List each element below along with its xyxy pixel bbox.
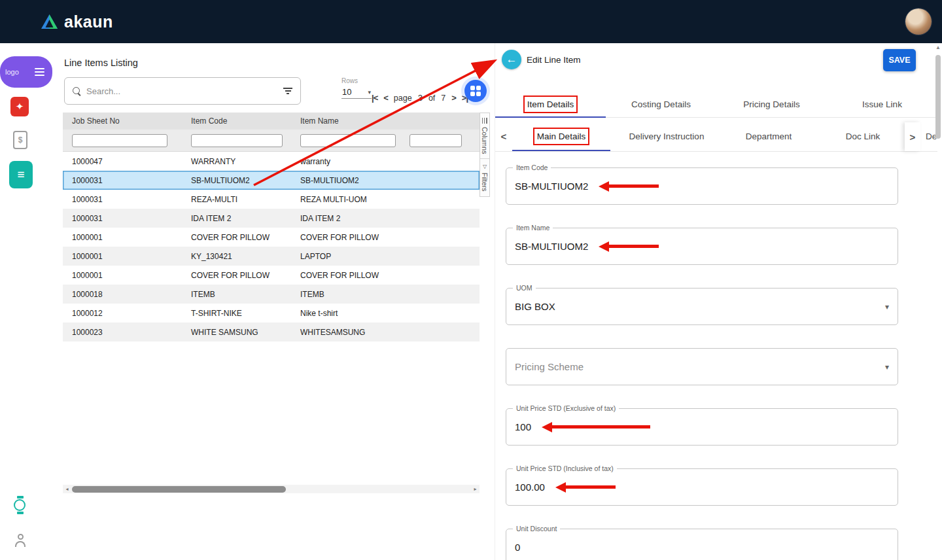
menu-icon[interactable] <box>35 68 44 77</box>
table-row[interactable]: 1000031SB-MULTIUOM2SB-MULTIUOM2 <box>63 171 480 190</box>
listing-title: Line Items Listing <box>64 58 138 68</box>
sidebar-item-line-items[interactable]: ≡ <box>9 161 33 188</box>
table-row[interactable]: 1000031REZA-MULTIREZA MULTI-UOM <box>63 190 480 209</box>
table-filter-row <box>63 130 480 152</box>
rows-per-page-select[interactable]: 10 ▾ <box>341 84 372 99</box>
subtabs-scroll-right-button[interactable]: > <box>905 122 920 151</box>
rows-label: Rows <box>341 77 372 84</box>
arrow-head <box>599 241 609 252</box>
search-box[interactable] <box>64 77 301 105</box>
sidebar-item-billing[interactable]: $ <box>13 131 27 149</box>
table-cell: 1000001 <box>63 233 182 242</box>
table-row[interactable]: 1000047WARRANTYwarranty <box>63 152 480 171</box>
subtab-department[interactable]: Department <box>723 122 814 151</box>
logo-placeholder: logo <box>5 68 19 76</box>
save-button[interactable]: SAVE <box>883 49 916 71</box>
filter-cell <box>400 134 480 147</box>
filters-rail-button[interactable]: ▽ Filters <box>480 158 489 196</box>
table-cell: LAPTOP <box>291 252 400 261</box>
apps-grid-button[interactable] <box>464 80 487 102</box>
horizontal-scrollbar-thumb[interactable] <box>72 486 286 493</box>
scroll-right-icon[interactable]: ▸ <box>471 485 480 493</box>
field-value: 100.00 <box>506 469 898 505</box>
table-row[interactable]: 1000018ITEMBITEMB <box>63 285 480 304</box>
sidebar-item-red-app[interactable]: ✦ <box>10 97 29 116</box>
next-page-button[interactable]: > <box>451 93 456 103</box>
tab-pricing-details[interactable]: Pricing Details <box>716 92 827 117</box>
field-item-name[interactable]: Item NameSB-MULTIUOM2 <box>506 228 898 265</box>
scroll-left-icon[interactable]: ◂ <box>63 485 71 493</box>
field-unit-price-std-inclusive-of-tax[interactable]: Unit Price STD (Inclusive of tax)100.00 <box>506 468 898 506</box>
field-value: 0 <box>506 529 898 560</box>
person-icon[interactable] <box>14 534 26 550</box>
sidebar-logo-badge[interactable]: logo <box>0 56 52 88</box>
table-cell: WHITESAMSUNG <box>291 328 400 337</box>
first-page-button[interactable]: |< <box>372 93 377 103</box>
columns-rail-button[interactable]: Columns <box>480 113 489 158</box>
dropdown-caret-icon[interactable]: ▾ <box>885 362 889 372</box>
filter-list-icon[interactable] <box>283 88 292 94</box>
table-cell: 1000031 <box>63 176 182 185</box>
column-header-item-name[interactable]: Item Name <box>291 116 400 126</box>
table-cell: COVER FOR PILLOW <box>182 271 291 280</box>
arrow-head <box>542 422 552 432</box>
subtabs-scroll-left-button[interactable]: < <box>495 122 512 151</box>
column-filter-input[interactable] <box>410 134 462 147</box>
search-input[interactable] <box>86 86 283 96</box>
field-label: Item Name <box>513 224 553 232</box>
field-value: BIG BOX <box>506 289 898 324</box>
vertical-scrollbar-thumb[interactable] <box>935 55 941 139</box>
table-cell: WHITE SAMSUNG <box>182 328 291 337</box>
table-row[interactable]: 1000001COVER FOR PILLOWCOVER FOR PILLOW <box>63 266 480 285</box>
annotation-arrow <box>599 181 659 192</box>
column-header-job-sheet-no[interactable]: Job Sheet No <box>63 116 182 126</box>
current-page-value[interactable]: 3 <box>418 93 423 103</box>
billing-icon: $ <box>18 135 23 145</box>
table-row[interactable]: 1000001KY_130421LAPTOP <box>63 247 480 266</box>
table-cell: REZA MULTI-UOM <box>291 195 400 204</box>
funnel-icon: ▽ <box>483 164 487 169</box>
akaun-logo-icon <box>41 14 58 29</box>
field-value: SB-MULTIUOM2 <box>506 168 898 204</box>
field-item-code[interactable]: Item CodeSB-MULTIUOM2 <box>506 167 898 205</box>
field-unit-price-std-exclusive-of-tax[interactable]: Unit Price STD (Exclusive of tax)100 <box>506 408 898 446</box>
back-button[interactable]: ← <box>502 50 521 69</box>
grid-icon <box>470 86 481 97</box>
vertical-scrollbar[interactable]: ▲ <box>935 44 941 560</box>
field-pricing-scheme[interactable]: Pricing Scheme▾ <box>506 348 898 385</box>
arrow-shaft <box>609 245 659 248</box>
table-row[interactable]: 1000001COVER FOR PILLOWCOVER FOR PILLOW <box>63 228 480 247</box>
tab-label: Costing Details <box>631 99 691 109</box>
table-row[interactable]: 1000023WHITE SAMSUNGWHITESAMSUNG <box>63 323 480 341</box>
field-label: Item Code <box>513 164 551 171</box>
subtab-main-details[interactable]: Main Details <box>512 122 610 151</box>
watch-icon[interactable] <box>13 496 27 514</box>
table-cell: COVER FOR PILLOW <box>291 233 400 242</box>
table-cell: COVER FOR PILLOW <box>182 233 291 242</box>
field-uom[interactable]: UOMBIG BOX▾ <box>506 288 898 325</box>
scroll-up-icon[interactable]: ▲ <box>935 44 941 50</box>
subtab-doc-link[interactable]: Doc Link <box>814 122 911 151</box>
table-row[interactable]: 1000012T-SHIRT-NIKENike t-shirt <box>63 304 480 323</box>
user-avatar[interactable] <box>905 9 932 35</box>
prev-page-button[interactable]: < <box>383 93 388 103</box>
brand-text: akaun <box>64 12 113 31</box>
red-app-icon: ✦ <box>16 101 24 113</box>
tab-costing-details[interactable]: Costing Details <box>606 92 716 117</box>
chevron-right-icon: > <box>910 131 916 143</box>
dropdown-caret-icon[interactable]: ▾ <box>885 302 889 311</box>
subtab-delivery-instruction[interactable]: Delivery Instruction <box>610 122 723 151</box>
column-filter-input[interactable] <box>72 134 167 147</box>
horizontal-scrollbar[interactable]: ◂ ▸ <box>63 485 480 493</box>
brand[interactable]: akaun <box>41 12 113 31</box>
column-filter-input[interactable] <box>300 134 396 147</box>
tab-issue-link[interactable]: Issue Link <box>827 92 937 117</box>
annotation-arrow <box>599 241 659 252</box>
field-value: Pricing Scheme <box>506 349 898 385</box>
column-filter-input[interactable] <box>191 134 283 147</box>
arrow-shaft <box>552 425 650 429</box>
field-unit-discount[interactable]: Unit Discount0 <box>506 529 898 560</box>
table-row[interactable]: 1000031IDA ITEM 2IDA ITEM 2 <box>63 209 480 228</box>
column-header-item-code[interactable]: Item Code <box>182 116 291 126</box>
tab-item-details[interactable]: Item Details <box>495 92 606 117</box>
